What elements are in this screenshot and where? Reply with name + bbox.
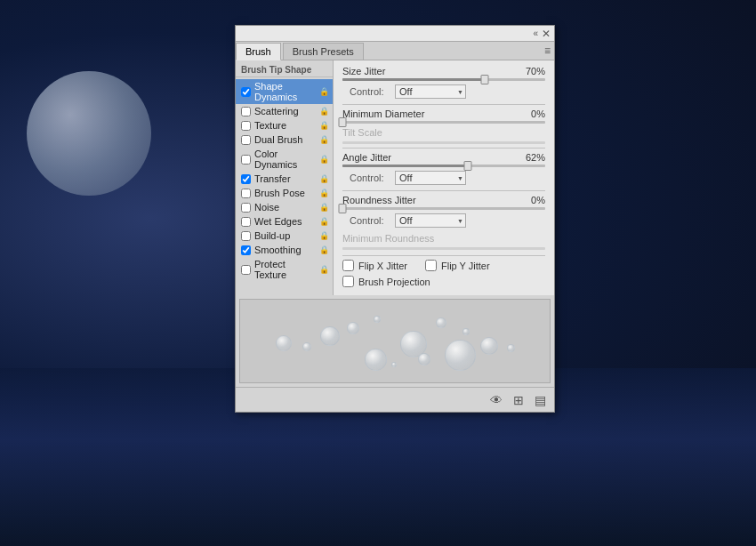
min-diameter-value: 0% [519, 108, 545, 119]
menu-item-brush-pose[interactable]: Brush Pose 🔒 [236, 186, 333, 200]
divider-4 [342, 255, 545, 256]
menu-label-smoothing: Smoothing [254, 245, 302, 255]
tab-brush-presets[interactable]: Brush Presets [283, 43, 364, 60]
bubble-12 [507, 344, 515, 352]
min-diameter-label: Minimum Diameter [342, 108, 424, 119]
min-diameter-row: Minimum Diameter 0% [342, 108, 545, 119]
lock-icon-wet-edges: 🔒 [319, 217, 329, 226]
close-icon[interactable]: ✕ [542, 28, 551, 39]
size-jitter-control-select[interactable]: Off Fade Pen Pressure Pen Tilt [395, 84, 466, 99]
divider-1 [342, 104, 545, 105]
roundness-jitter-label: Roundness Jitter [342, 195, 416, 205]
checkbox-scattering[interactable] [241, 107, 251, 116]
size-jitter-fill [342, 78, 485, 81]
tab-brush[interactable]: Brush [236, 43, 281, 60]
checkbox-dual-brush[interactable] [241, 135, 251, 145]
bubble-1 [347, 322, 359, 334]
size-jitter-control-wrapper: Off Fade Pen Pressure Pen Tilt [395, 84, 466, 99]
lock-icon-protect-texture: 🔒 [319, 265, 329, 274]
menu-item-build-up[interactable]: Build-up 🔒 [236, 229, 333, 243]
checkbox-flip-y[interactable] [425, 260, 437, 271]
menu-label-transfer: Transfer [254, 173, 291, 184]
size-jitter-control-label: Control: [350, 86, 390, 97]
collapse-icon[interactable]: « [533, 28, 538, 38]
angle-jitter-control-select[interactable]: Off Fade Pen Pressure [395, 171, 466, 185]
angle-jitter-slider[interactable] [342, 165, 545, 167]
roundness-jitter-row: Roundness Jitter 0% [342, 195, 545, 205]
panel-titlebar: « ✕ [236, 26, 554, 42]
checkbox-color-dynamics[interactable] [241, 155, 251, 165]
checkbox-shape-dynamics[interactable] [241, 87, 251, 97]
bubble-7 [436, 317, 446, 328]
brush-preview [239, 299, 551, 383]
size-jitter-value: 70% [519, 66, 545, 76]
tilt-scale-slider [342, 141, 545, 144]
size-jitter-row: Size Jitter 70% [342, 66, 545, 76]
bubble-4 [302, 342, 311, 351]
flip-x-row: Flip X Jitter [342, 260, 407, 271]
panel-menu-icon[interactable]: ≡ [544, 44, 551, 57]
checkbox-protect-texture[interactable] [241, 265, 251, 275]
menu-label-brush-pose: Brush Pose [254, 188, 305, 198]
size-jitter-label: Size Jitter [342, 66, 385, 76]
menu-label-noise: Noise [254, 202, 279, 213]
checkbox-brush-projection[interactable] [342, 276, 354, 287]
menu-item-smoothing[interactable]: Smoothing 🔒 [236, 243, 333, 257]
checkbox-texture[interactable] [241, 121, 251, 131]
min-diameter-slider[interactable] [342, 121, 545, 124]
menu-item-texture[interactable]: Texture 🔒 [236, 118, 333, 132]
angle-jitter-fill [342, 165, 468, 167]
checkbox-flip-x[interactable] [342, 260, 354, 271]
roundness-jitter-control-row: Control: Off Fade [350, 213, 545, 228]
bubble-13 [445, 340, 476, 371]
checkbox-noise[interactable] [241, 203, 251, 213]
checkbox-build-up[interactable] [241, 231, 251, 241]
bubble-8 [462, 328, 470, 335]
size-jitter-thumb[interactable] [480, 75, 488, 84]
lock-icon-shape-dynamics: 🔒 [319, 87, 329, 96]
angle-jitter-row: Angle Jitter 62% [342, 152, 545, 163]
section-brush-tip: Brush Tip Shape [236, 62, 333, 77]
menu-label-dual-brush: Dual Brush [254, 134, 302, 145]
menu-label-build-up: Build-up [254, 230, 290, 241]
min-diameter-thumb[interactable] [339, 117, 347, 127]
menu-item-shape-dynamics[interactable]: Shape Dynamics 🔒 [236, 79, 333, 104]
menu-item-protect-texture[interactable]: Protect Texture 🔒 [236, 257, 333, 282]
checkbox-transfer[interactable] [241, 174, 251, 184]
menu-item-transfer[interactable]: Transfer 🔒 [236, 172, 333, 186]
tabs-row: Brush Brush Presets ≡ [236, 42, 554, 60]
brush-projection-row: Brush Projection [342, 276, 545, 287]
roundness-jitter-thumb[interactable] [339, 204, 347, 213]
flip-y-row: Flip Y Jitter [425, 260, 490, 271]
roundness-jitter-slider[interactable] [342, 207, 545, 210]
checkbox-wet-edges[interactable] [241, 217, 251, 227]
menu-item-noise[interactable]: Noise 🔒 [236, 200, 333, 214]
menu-item-color-dynamics[interactable]: Color Dynamics 🔒 [236, 147, 333, 172]
menu-label-shape-dynamics: Shape Dynamics [254, 81, 319, 102]
angle-jitter-thumb[interactable] [464, 161, 472, 171]
menu-item-wet-edges[interactable]: Wet Edges 🔒 [236, 214, 333, 229]
lock-icon-color-dynamics: 🔒 [319, 155, 329, 164]
angle-jitter-control-wrapper: Off Fade Pen Pressure [395, 171, 466, 185]
tilt-scale-label: Tilt Scale [342, 127, 382, 138]
checkbox-smoothing[interactable] [241, 245, 251, 255]
menu-item-dual-brush[interactable]: Dual Brush 🔒 [236, 132, 333, 147]
angle-jitter-control-label: Control: [350, 173, 390, 183]
menu-item-scattering[interactable]: Scattering 🔒 [236, 104, 333, 118]
size-jitter-slider[interactable] [342, 78, 545, 81]
grid-icon[interactable]: ⊞ [511, 392, 527, 408]
bubble-2 [374, 316, 381, 323]
list-icon[interactable]: ▤ [532, 392, 549, 408]
roundness-jitter-value: 0% [519, 195, 545, 205]
checkbox-section: Flip X Jitter Flip Y Jitter [342, 260, 545, 274]
menu-label-protect-texture: Protect Texture [254, 259, 319, 280]
checkbox-brush-pose[interactable] [241, 189, 251, 198]
flip-x-label: Flip X Jitter [358, 261, 407, 271]
lock-icon-build-up: 🔒 [319, 231, 329, 240]
tilt-scale-row: Tilt Scale [342, 127, 545, 140]
visibility-icon[interactable]: 👁 [487, 392, 505, 408]
lock-icon-brush-pose: 🔒 [319, 189, 329, 197]
lock-icon-noise: 🔒 [319, 203, 329, 212]
roundness-jitter-control-select[interactable]: Off Fade [395, 213, 466, 228]
lock-icon-dual-brush: 🔒 [319, 135, 329, 144]
